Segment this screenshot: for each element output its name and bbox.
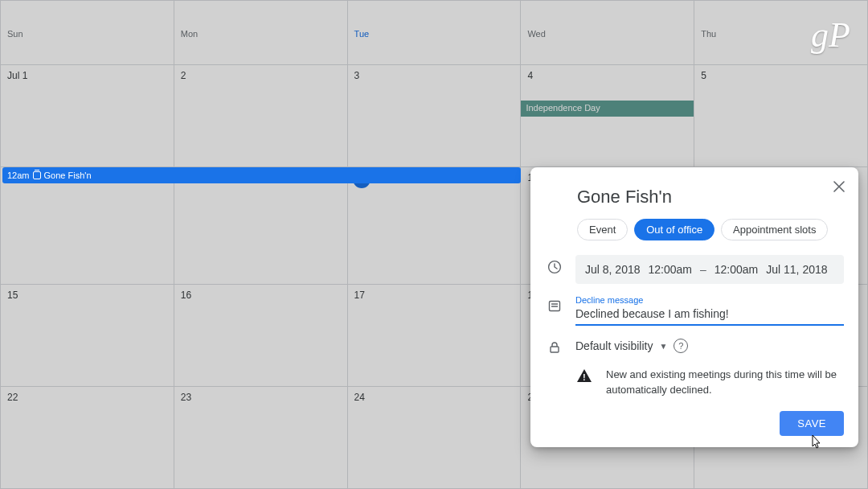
day-number: 15 bbox=[6, 288, 169, 302]
day-header: Mon bbox=[174, 1, 347, 65]
decline-label: Decline message bbox=[575, 295, 844, 305]
calendar-cell[interactable]: 16 bbox=[174, 284, 347, 386]
calendar-cell[interactable]: 8 bbox=[1, 167, 174, 285]
save-button[interactable]: SAVE bbox=[780, 411, 844, 436]
day-number: 22 bbox=[6, 390, 169, 405]
calendar-cell[interactable]: 4Independence Day bbox=[521, 64, 694, 166]
day-number: 23 bbox=[179, 390, 342, 405]
close-button[interactable] bbox=[829, 177, 849, 196]
event-bar-gone-fishn[interactable]: 12am Gone Fish'n bbox=[2, 167, 521, 183]
event-bar-time: 12am bbox=[7, 171, 30, 180]
day-number: 24 bbox=[353, 390, 516, 405]
end-time[interactable]: 12:00am bbox=[714, 263, 758, 276]
lock-icon bbox=[545, 335, 564, 355]
svg-rect-2 bbox=[551, 347, 559, 352]
visibility-dropdown[interactable]: Default visibility ▼ ? bbox=[575, 335, 844, 356]
close-icon bbox=[833, 181, 845, 192]
warning-icon bbox=[577, 369, 592, 382]
chip-event[interactable]: Event bbox=[577, 219, 628, 240]
calendar-cell[interactable]: 24 bbox=[347, 386, 521, 488]
calendar-cell[interactable]: 3 bbox=[347, 64, 521, 166]
calendar-event-icon bbox=[33, 171, 41, 179]
note-icon bbox=[545, 294, 564, 313]
event-type-chips: Event Out of office Appointment slots bbox=[577, 219, 844, 240]
clock-icon bbox=[545, 255, 564, 274]
holiday-chip[interactable]: Independence Day bbox=[521, 101, 694, 117]
calendar-cell[interactable]: 23 bbox=[174, 386, 347, 488]
chip-appointment-slots[interactable]: Appointment slots bbox=[721, 219, 828, 240]
event-editor-popup: Gone Fish'n Event Out of office Appointm… bbox=[530, 167, 858, 447]
event-title[interactable]: Gone Fish'n bbox=[577, 187, 844, 208]
day-number: 16 bbox=[179, 288, 342, 302]
watermark-logo: gP bbox=[811, 14, 850, 55]
time-range[interactable]: Jul 8, 2018 12:00am – 12:00am Jul 11, 20… bbox=[575, 255, 844, 284]
day-number: 3 bbox=[353, 68, 516, 83]
calendar-cell[interactable]: Jul 1 bbox=[1, 64, 174, 166]
start-date[interactable]: Jul 8, 2018 bbox=[585, 263, 641, 276]
decline-input[interactable] bbox=[575, 307, 844, 320]
calendar-cell[interactable]: 22 bbox=[1, 386, 174, 488]
day-number: Jul 1 bbox=[6, 68, 169, 83]
start-time[interactable]: 12:00am bbox=[649, 263, 692, 276]
calendar-cell[interactable]: 17 bbox=[347, 284, 521, 386]
warning-text: New and existing meetings during this ti… bbox=[606, 368, 844, 398]
mouse-cursor bbox=[808, 434, 822, 452]
calendar-cell[interactable]: 5 bbox=[694, 64, 868, 166]
calendar-cell[interactable]: 2 bbox=[174, 64, 347, 166]
event-bar-title: Gone Fish'n bbox=[44, 171, 92, 180]
calendar-cell[interactable]: 15 bbox=[1, 284, 174, 386]
help-icon[interactable]: ? bbox=[674, 339, 688, 353]
day-header: Tue bbox=[347, 1, 521, 65]
day-number: 2 bbox=[179, 68, 342, 83]
visibility-label: Default visibility bbox=[575, 339, 653, 352]
day-header: Sun bbox=[1, 1, 174, 65]
end-date[interactable]: Jul 11, 2018 bbox=[766, 263, 827, 276]
day-header: Wed bbox=[521, 1, 694, 65]
chevron-down-icon: ▼ bbox=[659, 342, 667, 351]
calendar-cell[interactable]: 10 bbox=[347, 167, 521, 285]
time-dash: – bbox=[700, 263, 706, 276]
chip-out-of-office[interactable]: Out of office bbox=[634, 219, 714, 240]
decline-message-field[interactable]: Decline message bbox=[575, 294, 844, 326]
day-number: 5 bbox=[699, 68, 862, 83]
day-number: 4 bbox=[526, 68, 689, 83]
calendar-cell[interactable]: 9 bbox=[174, 167, 347, 285]
day-number: 17 bbox=[353, 288, 516, 302]
